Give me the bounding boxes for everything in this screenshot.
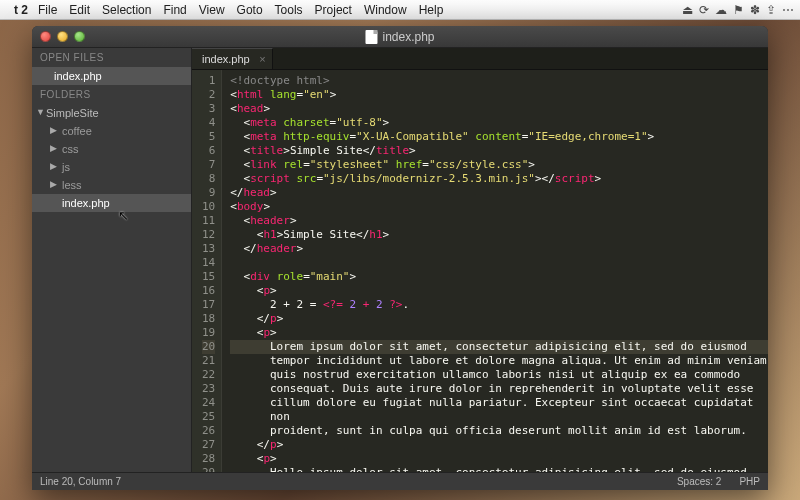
code-line[interactable]: quis nostrud exercitation ullamco labori… <box>230 368 768 382</box>
code-line[interactable]: <meta charset="utf-8"> <box>230 116 768 130</box>
line-number[interactable]: 23 <box>202 382 215 396</box>
tab-index-php[interactable]: index.php × <box>192 48 273 69</box>
line-number[interactable]: 4 <box>202 116 215 130</box>
menu-selection[interactable]: Selection <box>102 3 151 17</box>
line-number[interactable]: 13 <box>202 242 215 256</box>
code-line[interactable]: <p> <box>230 326 768 340</box>
zoom-window-button[interactable] <box>74 31 85 42</box>
status-language[interactable]: PHP <box>739 476 760 487</box>
code-line[interactable]: 2 + 2 = <?= 2 + 2 ?>. <box>230 298 768 312</box>
code-line[interactable]: <head> <box>230 102 768 116</box>
line-number[interactable]: 5 <box>202 130 215 144</box>
chevron-right-icon[interactable]: ▶ <box>50 125 57 135</box>
status-cursor-position[interactable]: Line 20, Column 7 <box>40 476 121 487</box>
chevron-right-icon[interactable]: ▶ <box>50 143 57 153</box>
line-number[interactable]: 25 <box>202 410 215 424</box>
code-line[interactable]: Lorem ipsum dolor sit amet, consectetur … <box>230 340 768 354</box>
sidebar-folder-js[interactable]: ▶js <box>32 158 191 176</box>
line-number[interactable]: 19 <box>202 326 215 340</box>
menu-goto[interactable]: Goto <box>237 3 263 17</box>
code-line[interactable]: <html lang="en"> <box>230 88 768 102</box>
menubar-status-icon[interactable]: ⋯ <box>782 3 794 17</box>
line-number[interactable]: 26 <box>202 424 215 438</box>
line-number-gutter[interactable]: 1234567891011121314151617181920212223242… <box>192 70 222 472</box>
line-number[interactable]: 2 <box>202 88 215 102</box>
minimize-window-button[interactable] <box>57 31 68 42</box>
menubar-status-icon[interactable]: ✽ <box>750 3 760 17</box>
line-number[interactable]: 17 <box>202 298 215 312</box>
sidebar-folder-css[interactable]: ▶css <box>32 140 191 158</box>
code-line[interactable] <box>230 256 768 270</box>
line-number[interactable]: 3 <box>202 102 215 116</box>
menu-tools[interactable]: Tools <box>275 3 303 17</box>
line-number[interactable]: 18 <box>202 312 215 326</box>
titlebar[interactable]: index.php <box>32 26 768 48</box>
sidebar-open-file[interactable]: index.php <box>32 67 191 85</box>
line-number[interactable]: 10 <box>202 200 215 214</box>
chevron-right-icon[interactable]: ▶ <box>50 179 57 189</box>
line-number[interactable]: 8 <box>202 172 215 186</box>
line-number[interactable]: 16 <box>202 284 215 298</box>
line-number[interactable]: 22 <box>202 368 215 382</box>
code-line[interactable]: </p> <box>230 438 768 452</box>
menubar-status-icon[interactable]: ⏏ <box>682 3 693 17</box>
code-line[interactable]: proident, sunt in culpa qui officia dese… <box>230 424 768 438</box>
menu-project[interactable]: Project <box>315 3 352 17</box>
chevron-down-icon[interactable]: ▼ <box>36 107 45 117</box>
code-content[interactable]: <!doctype html><html lang="en"><head> <m… <box>222 70 768 472</box>
code-line[interactable]: </p> <box>230 312 768 326</box>
sidebar-folder-coffee[interactable]: ▶coffee <box>32 122 191 140</box>
menubar-status-icon[interactable]: ⇪ <box>766 3 776 17</box>
line-number[interactable]: 14 <box>202 256 215 270</box>
code-line[interactable]: <div role="main"> <box>230 270 768 284</box>
sidebar-file[interactable]: index.php <box>32 194 191 212</box>
line-number[interactable]: 12 <box>202 228 215 242</box>
menu-find[interactable]: Find <box>163 3 186 17</box>
code-line[interactable]: <script src="js/libs/modernizr-2.5.3.min… <box>230 172 768 186</box>
app-name[interactable]: t 2 <box>14 3 28 17</box>
line-number[interactable]: 20 <box>202 340 215 354</box>
chevron-right-icon[interactable]: ▶ <box>50 161 57 171</box>
sidebar[interactable]: OPEN FILES index.php FOLDERS ▼ SimpleSit… <box>32 48 192 472</box>
line-number[interactable]: 21 <box>202 354 215 368</box>
line-number[interactable]: 6 <box>202 144 215 158</box>
code-line[interactable]: tempor incididunt ut labore et dolore ma… <box>230 354 768 368</box>
code-line[interactable]: <header> <box>230 214 768 228</box>
menubar-status-icon[interactable]: ⚑ <box>733 3 744 17</box>
code-line[interactable]: </head> <box>230 186 768 200</box>
code-line[interactable]: </header> <box>230 242 768 256</box>
menubar-status-icon[interactable]: ⟳ <box>699 3 709 17</box>
code-line[interactable]: <link rel="stylesheet" href="css/style.c… <box>230 158 768 172</box>
code-line[interactable]: consequat. Duis aute irure dolor in repr… <box>230 382 768 396</box>
line-number[interactable]: 28 <box>202 452 215 466</box>
menubar-status-icon[interactable]: ☁ <box>715 3 727 17</box>
code-line[interactable]: non <box>230 410 768 424</box>
code-line[interactable]: <!doctype html> <box>230 74 768 88</box>
line-number[interactable]: 11 <box>202 214 215 228</box>
line-number[interactable]: 15 <box>202 270 215 284</box>
code-line[interactable]: <p> <box>230 284 768 298</box>
menu-help[interactable]: Help <box>419 3 444 17</box>
sidebar-folder-less[interactable]: ▶less <box>32 176 191 194</box>
line-number[interactable]: 1 <box>202 74 215 88</box>
code-line[interactable]: cillum dolore eu fugiat nulla pariatur. … <box>230 396 768 410</box>
close-window-button[interactable] <box>40 31 51 42</box>
code-line[interactable]: <body> <box>230 200 768 214</box>
code-line[interactable]: <meta http-equiv="X-UA-Compatible" conte… <box>230 130 768 144</box>
menu-edit[interactable]: Edit <box>69 3 90 17</box>
code-line[interactable]: <title>Simple Site</title> <box>230 144 768 158</box>
code-line[interactable]: <p> <box>230 452 768 466</box>
status-indent[interactable]: Spaces: 2 <box>677 476 721 487</box>
line-number[interactable]: 24 <box>202 396 215 410</box>
sidebar-folder-root[interactable]: ▼ SimpleSite <box>32 104 191 122</box>
menu-view[interactable]: View <box>199 3 225 17</box>
menu-file[interactable]: File <box>38 3 57 17</box>
tab-bar[interactable]: index.php × <box>192 48 768 70</box>
line-number[interactable]: 7 <box>202 158 215 172</box>
line-number[interactable]: 27 <box>202 438 215 452</box>
code-area[interactable]: 1234567891011121314151617181920212223242… <box>192 70 768 472</box>
line-number[interactable]: 9 <box>202 186 215 200</box>
menu-window[interactable]: Window <box>364 3 407 17</box>
close-tab-icon[interactable]: × <box>259 53 265 65</box>
code-line[interactable]: <h1>Simple Site</h1> <box>230 228 768 242</box>
